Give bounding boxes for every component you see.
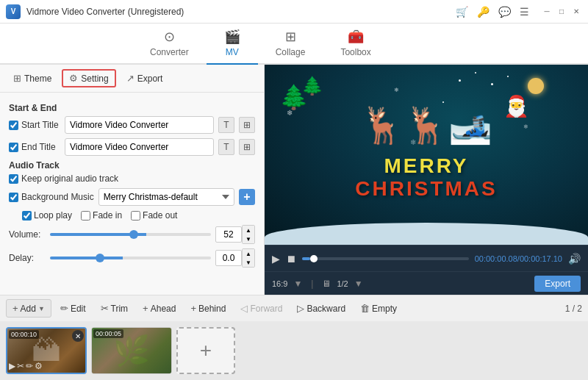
tl-edit-icon[interactable]: ✏ — [26, 361, 33, 371]
delay-slider[interactable] — [50, 257, 211, 259]
end-title-label[interactable]: End Title — [9, 142, 60, 152]
trim-button[interactable]: ✂ Trim — [95, 300, 135, 317]
cart-icon[interactable]: 🛒 — [456, 6, 468, 18]
bg-music-row: Background Music Merry Christmas-default… — [9, 188, 255, 206]
add-button[interactable]: + Add ▼ — [6, 299, 51, 318]
fade-in-option[interactable]: Fade in — [81, 210, 122, 221]
sub-tabs: ⊞ Theme ⚙ Setting ↗ Export — [0, 65, 264, 93]
volume-label: Volume: — [9, 229, 46, 240]
progress-bar[interactable] — [302, 257, 469, 260]
delay-row: Delay: ▲ ▼ — [9, 248, 255, 268]
add-music-btn[interactable]: + — [239, 189, 255, 205]
keep-original-label[interactable]: Keep original audio track — [9, 173, 118, 184]
timeline: 🏔 ✕ 00:00:10 ▶ ✂ ✏ ⚙ 🌿 — [0, 321, 588, 380]
delay-down-btn[interactable]: ▼ — [243, 258, 254, 267]
timeline-item-1[interactable]: 🏔 ✕ 00:00:10 ▶ ✂ ✏ ⚙ — [6, 327, 87, 374]
backward-icon: ▷ — [297, 303, 304, 314]
subtab-theme[interactable]: ⊞ Theme — [6, 70, 59, 87]
end-title-checkbox[interactable] — [9, 143, 18, 152]
volume-up-btn[interactable]: ▲ — [243, 226, 254, 234]
end-title-input[interactable] — [65, 138, 214, 156]
forward-button[interactable]: ◁ Forward — [234, 300, 288, 317]
start-title-row: Start Title T ⊞ — [9, 116, 255, 134]
export-button[interactable]: Export — [534, 276, 581, 292]
tl-cut-icon[interactable]: ✂ — [17, 361, 24, 371]
volume-down-btn[interactable]: ▼ — [243, 234, 254, 243]
timeline-add-button[interactable]: + — [176, 327, 235, 374]
start-end-title: Start & End — [9, 103, 255, 113]
delay-label: Delay: — [9, 253, 46, 263]
subtab-setting[interactable]: ⚙ Setting — [62, 69, 115, 87]
tab-collage[interactable]: ⊞ Collage — [258, 24, 323, 65]
end-title-font-btn[interactable]: T — [218, 139, 234, 155]
video-controls: ▶ ⏹ 00:00:00.08/00:00:17.10 🔊 — [265, 245, 588, 271]
right-panel: 🌲 🌲 🦌🦌🎿 🎅 MERRY CHRISTMAS ❄ ❄ — [265, 65, 588, 295]
timeline-time-2: 00:00:05 — [93, 329, 123, 338]
fade-out-option[interactable]: Fade out — [131, 210, 177, 221]
merry-christmas-text: MERRY CHRISTMAS — [355, 155, 497, 201]
toolbox-icon: 🧰 — [348, 29, 364, 45]
bottom-toolbar: + Add ▼ ✏ Edit ✂ Trim + Ahead + Behind ◁ — [0, 295, 588, 321]
volume-slider[interactable] — [50, 233, 211, 236]
delay-input[interactable] — [215, 250, 242, 266]
page-fraction: 1/2 — [337, 279, 348, 288]
add-icon: + — [12, 303, 18, 314]
stop-button[interactable]: ⏹ — [286, 253, 296, 265]
edit-button[interactable]: ✏ Edit — [54, 300, 92, 317]
start-title-font-btn[interactable]: T — [218, 117, 234, 133]
volume-icon[interactable]: 🔊 — [568, 253, 581, 265]
key-icon[interactable]: 🔑 — [477, 6, 490, 18]
minimize-button[interactable]: ─ — [541, 6, 553, 18]
tab-mv[interactable]: 🎬 MV — [207, 24, 258, 65]
ahead-button[interactable]: + Ahead — [137, 300, 182, 317]
snow-ground — [265, 223, 588, 245]
forward-icon: ◁ — [240, 303, 248, 314]
loop-play-checkbox[interactable] — [22, 211, 32, 221]
play-button[interactable]: ▶ — [272, 253, 280, 265]
bg-music-dropdown[interactable]: Merry Christmas-default — [98, 188, 234, 206]
behind-button[interactable]: + Behind — [184, 300, 232, 317]
start-title-input[interactable] — [65, 116, 214, 134]
mv-icon: 🎬 — [224, 29, 240, 45]
menu-icon[interactable]: ☰ — [520, 6, 529, 18]
title-bar: V Vidmore Video Converter (Unregistered)… — [0, 0, 588, 24]
volume-row: Volume: ▲ ▼ — [9, 225, 255, 244]
loop-play-option[interactable]: Loop play — [22, 210, 72, 221]
tl-play-icon[interactable]: ▶ — [9, 361, 15, 371]
converter-icon: ⊙ — [164, 29, 175, 45]
empty-icon: 🗑 — [360, 303, 370, 314]
backward-button[interactable]: ▷ Backward — [291, 300, 351, 317]
chat-icon[interactable]: 💬 — [498, 6, 511, 18]
start-title-layout-btn[interactable]: ⊞ — [239, 117, 255, 133]
start-title-label[interactable]: Start Title — [9, 120, 60, 130]
bg-music-label[interactable]: Background Music — [9, 192, 94, 202]
page-count: 1 / 2 — [565, 304, 582, 314]
volume-input[interactable] — [215, 226, 242, 243]
progress-fill — [302, 257, 310, 260]
app-icon: V — [6, 4, 21, 19]
timeline-controls-1: ▶ ✂ ✏ ⚙ — [9, 361, 84, 371]
keep-original-row: Keep original audio track — [9, 173, 255, 184]
end-title-layout-btn[interactable]: ⊞ — [239, 139, 255, 155]
tab-converter[interactable]: ⊙ Converter — [132, 24, 207, 65]
tab-toolbox[interactable]: 🧰 Toolbox — [323, 24, 388, 65]
fade-in-checkbox[interactable] — [81, 211, 90, 221]
keep-original-checkbox[interactable] — [9, 174, 18, 184]
aspect-ratio-label: 16:9 — [272, 279, 287, 288]
start-title-checkbox[interactable] — [9, 121, 18, 130]
subtab-export[interactable]: ↗ Export — [119, 70, 171, 87]
video-preview: 🌲 🌲 🦌🦌🎿 🎅 MERRY CHRISTMAS ❄ ❄ — [265, 65, 588, 245]
timeline-close-1[interactable]: ✕ — [72, 330, 84, 342]
tl-settings-icon[interactable]: ⚙ — [35, 361, 43, 371]
empty-button[interactable]: 🗑 Empty — [354, 300, 403, 317]
panels-row: ⊞ Theme ⚙ Setting ↗ Export Start & End — [0, 65, 588, 295]
close-button[interactable]: ✕ — [570, 6, 582, 18]
delay-up-btn[interactable]: ▲ — [243, 249, 254, 258]
theme-icon: ⊞ — [13, 73, 21, 84]
end-title-row: End Title T ⊞ — [9, 138, 255, 156]
fade-out-checkbox[interactable] — [131, 211, 140, 221]
bg-music-checkbox[interactable] — [9, 193, 18, 202]
audio-options-row: Loop play Fade in Fade out — [22, 210, 255, 221]
maximize-button[interactable]: □ — [556, 6, 567, 18]
timeline-item-2[interactable]: 🌿 00:00:05 — [91, 327, 172, 374]
